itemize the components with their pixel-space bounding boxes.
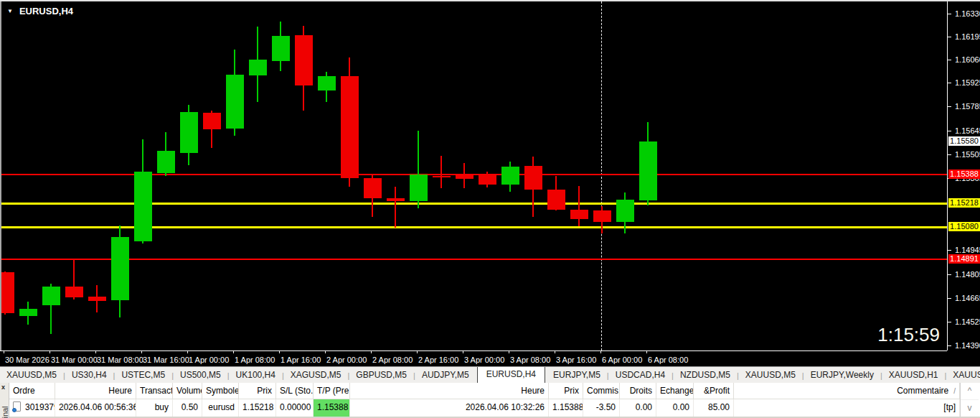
time-tick bbox=[555, 351, 555, 353]
candle bbox=[616, 200, 634, 222]
order-cell-14: [tp] bbox=[734, 399, 960, 417]
chart-tab-xauusd-m5[interactable]: XAUUSD,M5 bbox=[739, 368, 802, 383]
time-axis-label: 6 Apr 08:00 bbox=[648, 356, 688, 364]
price-tick bbox=[948, 154, 951, 155]
price-tick bbox=[948, 250, 951, 251]
column-header-volume[interactable]: Volume bbox=[173, 383, 202, 399]
candle bbox=[88, 297, 106, 301]
scroll-up-icon[interactable]: ^ bbox=[961, 383, 979, 399]
column-header-commis-[interactable]: Commis... bbox=[583, 383, 620, 399]
column-header-t-p-pre-[interactable]: T/P (Pre... bbox=[314, 383, 350, 399]
column-header-commentaire[interactable]: Commentaire/ bbox=[734, 383, 960, 399]
order-document-icon bbox=[13, 401, 21, 412]
price-axis-label: 1.16195 bbox=[955, 32, 980, 41]
chart-tab-xauusd-h1[interactable]: XAUUSD,H1 bbox=[882, 368, 945, 383]
candle bbox=[111, 237, 129, 300]
chart-area: ▼ EURUSD,H4 1.163301.161951.160601.15925… bbox=[0, 0, 980, 366]
candle bbox=[524, 166, 542, 190]
chart-tab-gbpusd-m5[interactable]: GBPUSD,M5 bbox=[349, 368, 413, 383]
period-separator-line bbox=[601, 1, 602, 350]
candle bbox=[387, 198, 405, 201]
chart-tab-eurjpy-m5[interactable]: EURJPY,M5 bbox=[547, 368, 607, 383]
chart-tab-eurusd-h4[interactable]: EURUSD,H4 bbox=[477, 366, 545, 383]
column-header-prix[interactable]: Prix bbox=[549, 383, 583, 399]
terminal-panel: x Terminal OrdreHeureTransacti...VolumeS… bbox=[0, 383, 980, 418]
candle bbox=[593, 210, 611, 222]
time-axis-label: 1 Apr 16:00 bbox=[281, 356, 321, 364]
candle bbox=[479, 175, 496, 185]
candle bbox=[364, 178, 382, 198]
order-row[interactable]: 3019379462026.04.06 00:56:36buy0.50eurus… bbox=[9, 399, 960, 417]
time-tick bbox=[187, 351, 188, 353]
scroll-down-icon[interactable]: v bbox=[961, 399, 979, 417]
column-header-prix[interactable]: Prix bbox=[239, 383, 276, 399]
order-cell-1: 2026.04.06 00:56:36 bbox=[55, 399, 136, 417]
price-axis-label: 1.14390 bbox=[955, 341, 980, 350]
horizontal-level-line[interactable] bbox=[1, 259, 947, 260]
orders-table-header: OrdreHeureTransacti...VolumeSymbolePrixS… bbox=[9, 383, 960, 399]
chart-tab-xagusd-m5[interactable]: XAGUSD,M5 bbox=[284, 368, 348, 383]
order-cell-11: 0.00 bbox=[620, 399, 656, 417]
candle bbox=[501, 167, 519, 185]
time-tick bbox=[279, 351, 280, 353]
chart-tab-xauusd-m5[interactable]: XAUUSD,M5 bbox=[0, 368, 63, 383]
candle bbox=[341, 76, 359, 178]
column-header-heure[interactable]: Heure bbox=[55, 383, 136, 399]
chart-tab-us30-h4[interactable]: US30,H4 bbox=[65, 368, 113, 383]
price-tick bbox=[948, 298, 951, 299]
column-header-heure[interactable]: Heure bbox=[350, 383, 549, 399]
chart-tab-nzdusd-m5[interactable]: NZDUSD,M5 bbox=[674, 368, 737, 383]
candle bbox=[0, 272, 14, 313]
mt4-window: ▼ EURUSD,H4 1.163301.161951.160601.15925… bbox=[0, 0, 980, 418]
time-axis-label: 2 Apr 16:00 bbox=[418, 356, 458, 364]
column-header-s-l-sto-[interactable]: S/L (Sto... bbox=[276, 383, 314, 399]
price-axis-label: 1.16330 bbox=[955, 9, 980, 18]
candle bbox=[249, 60, 267, 75]
candle bbox=[272, 36, 290, 61]
chart-tab-eurjpy-weekly[interactable]: EURJPY,Weekly bbox=[804, 368, 880, 383]
chart-tab-uk100-h4[interactable]: UK100,H4 bbox=[230, 368, 282, 383]
candle-wick bbox=[440, 156, 442, 188]
column-header-ordre[interactable]: Ordre bbox=[9, 383, 55, 399]
chart-tab-us500-m5[interactable]: US500,M5 bbox=[174, 368, 227, 383]
candle bbox=[42, 287, 60, 305]
candle bbox=[203, 113, 221, 129]
price-tick bbox=[948, 106, 951, 107]
time-axis-label: 1 Apr 00:00 bbox=[189, 356, 229, 364]
time-tick bbox=[463, 351, 463, 353]
time-axis-label: 3 Apr 00:00 bbox=[464, 356, 504, 364]
column-header--profit[interactable]: &Profit bbox=[694, 383, 734, 399]
time-axis-label: 3 Apr 08:00 bbox=[510, 356, 550, 364]
column-header-transacti-[interactable]: Transacti... bbox=[136, 383, 173, 399]
time-axis-label: 31 Mar 16:00 bbox=[143, 356, 189, 364]
sort-indicator-icon: / bbox=[953, 387, 956, 395]
price-tick bbox=[948, 131, 951, 131]
price-tick bbox=[948, 345, 951, 346]
candle-countdown-timer: 1:15:59 bbox=[877, 324, 940, 346]
order-cell-2: buy bbox=[136, 399, 173, 417]
price-axis-label: 1.14805 bbox=[955, 270, 980, 279]
column-header-symbole[interactable]: Symbole bbox=[202, 383, 239, 399]
price-tick bbox=[948, 83, 951, 83]
terminal-scrollbar[interactable]: ^ v bbox=[960, 383, 979, 417]
price-axis-label: 1.14665 bbox=[955, 294, 980, 302]
chart-tab-bar: XAUUSD,M5|US30,H4|USTEC,M5|US500,M5|UK10… bbox=[0, 366, 980, 383]
chart-tab-xauusd-w[interactable]: XAUUSD,W bbox=[946, 368, 980, 383]
order-cell-7: 1.15388 bbox=[314, 399, 350, 417]
chart-tab-audjpy-m5[interactable]: AUDJPY,M5 bbox=[415, 368, 476, 383]
terminal-close-icon[interactable]: x bbox=[1, 383, 5, 391]
time-axis-label: 6 Apr 00:00 bbox=[602, 356, 642, 364]
time-tick bbox=[509, 351, 509, 353]
order-cell-4: eurusd bbox=[202, 399, 239, 417]
chart-dropdown-icon[interactable]: ▼ bbox=[7, 8, 13, 14]
candle-wick bbox=[395, 187, 396, 228]
column-header-echange[interactable]: Echange bbox=[656, 383, 694, 399]
terminal-side-tab[interactable]: Terminal bbox=[1, 406, 9, 418]
chart-tab-ustec-m5[interactable]: USTEC,M5 bbox=[115, 368, 171, 383]
column-header-droits[interactable]: Droits bbox=[620, 383, 656, 399]
price-marker-level: 1.15218 bbox=[948, 198, 980, 208]
time-tick bbox=[371, 351, 372, 353]
order-cell-5: 1.15218 bbox=[239, 399, 276, 417]
time-tick bbox=[4, 351, 4, 353]
chart-tab-usdcad-h4[interactable]: USDCAD,H4 bbox=[609, 368, 672, 383]
